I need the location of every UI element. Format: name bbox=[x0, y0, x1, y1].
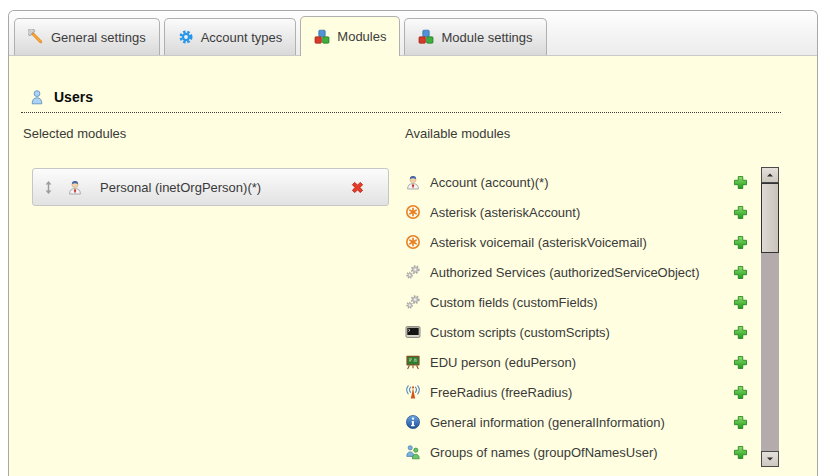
asterisk-icon bbox=[405, 204, 421, 220]
available-module-name: Custom fields (customFields) bbox=[430, 295, 724, 310]
available-module-row: Custom fields (customFields) bbox=[405, 287, 748, 317]
selected-modules-list: Personal (inetOrgPerson)(*) bbox=[23, 168, 391, 206]
info-icon bbox=[405, 414, 421, 430]
modules-tab-content: Users Selected modules Personal (inetOrg… bbox=[9, 89, 817, 476]
available-module-row: Asterisk (asteriskAccount) bbox=[405, 197, 748, 227]
modules-cubes-icon bbox=[314, 29, 330, 45]
available-module-row: General information (generalInformation) bbox=[405, 407, 748, 437]
gears-icon bbox=[405, 294, 421, 310]
tab-module-settings[interactable]: Module settings bbox=[404, 18, 546, 55]
account-types-gear-icon bbox=[178, 29, 194, 45]
person-icon bbox=[67, 179, 83, 195]
asterisk-icon bbox=[405, 234, 421, 250]
add-icon[interactable] bbox=[733, 325, 748, 340]
tab-bar: General settingsAccount typesModulesModu… bbox=[9, 11, 817, 56]
wrench-icon bbox=[28, 29, 44, 45]
selected-module-row[interactable]: Personal (inetOrgPerson)(*) bbox=[32, 168, 389, 206]
available-module-name: Groups of names (groupOfNamesUser) bbox=[430, 445, 724, 460]
available-module-row: Custom scripts (customScripts) bbox=[405, 317, 748, 347]
selected-modules-label: Selected modules bbox=[23, 126, 391, 141]
users-section-heading: Users bbox=[21, 89, 781, 113]
tab-label: Module settings bbox=[441, 30, 532, 45]
person-icon bbox=[405, 174, 421, 190]
available-module-row: Asterisk voicemail (asteriskVoicemail) bbox=[405, 227, 748, 257]
tab-account-types[interactable]: Account types bbox=[164, 18, 297, 55]
scroll-up-button[interactable] bbox=[761, 167, 779, 183]
add-icon[interactable] bbox=[733, 415, 748, 430]
available-modules-scrollbar[interactable] bbox=[761, 167, 779, 467]
scroll-down-button[interactable] bbox=[761, 451, 779, 467]
available-module-name: Account (account)(*) bbox=[430, 175, 724, 190]
group-icon bbox=[405, 444, 421, 460]
antenna-icon bbox=[405, 384, 421, 400]
tab-general-settings[interactable]: General settings bbox=[14, 18, 160, 55]
selected-modules-column: Selected modules Personal (inetOrgPerson… bbox=[23, 126, 391, 467]
chalkboard-icon bbox=[405, 354, 421, 370]
settings-panel: General settingsAccount typesModulesModu… bbox=[8, 10, 818, 476]
scroll-track[interactable] bbox=[761, 253, 779, 451]
delete-icon[interactable] bbox=[349, 179, 366, 196]
available-module-name: EDU person (eduPerson) bbox=[430, 355, 724, 370]
available-module-row: Authorized Services (authorizedServiceOb… bbox=[405, 257, 748, 287]
gears-icon bbox=[405, 264, 421, 280]
move-icon[interactable] bbox=[43, 180, 54, 195]
tab-label: Account types bbox=[201, 30, 283, 45]
add-icon[interactable] bbox=[733, 385, 748, 400]
add-icon[interactable] bbox=[733, 445, 748, 460]
available-module-name: Authorized Services (authorizedServiceOb… bbox=[430, 265, 724, 280]
available-module-name: Asterisk voicemail (asteriskVoicemail) bbox=[430, 235, 724, 250]
add-icon[interactable] bbox=[733, 235, 748, 250]
available-modules-area: Account (account)(*)Asterisk (asteriskAc… bbox=[405, 167, 779, 467]
available-modules-column: Available modules Account (account)(*)As… bbox=[405, 126, 779, 467]
section-title: Users bbox=[54, 89, 93, 105]
available-module-name: Asterisk (asteriskAccount) bbox=[430, 205, 724, 220]
available-module-row: Groups of names (groupOfNamesUser) bbox=[405, 437, 748, 467]
modules-columns: Selected modules Personal (inetOrgPerson… bbox=[9, 126, 817, 467]
tab-label: Modules bbox=[337, 29, 386, 44]
user-pawn-icon bbox=[29, 89, 45, 105]
add-icon[interactable] bbox=[733, 205, 748, 220]
available-modules-label: Available modules bbox=[405, 126, 779, 141]
available-module-row: Account (account)(*) bbox=[405, 167, 748, 197]
modules-cubes-icon bbox=[418, 29, 434, 45]
available-modules-list: Account (account)(*)Asterisk (asteriskAc… bbox=[405, 167, 748, 467]
tab-label: General settings bbox=[51, 30, 146, 45]
available-module-row: EDU person (eduPerson) bbox=[405, 347, 748, 377]
add-icon[interactable] bbox=[733, 265, 748, 280]
add-icon[interactable] bbox=[733, 295, 748, 310]
selected-module-name: Personal (inetOrgPerson)(*) bbox=[100, 180, 261, 195]
add-icon[interactable] bbox=[733, 175, 748, 190]
scroll-thumb[interactable] bbox=[761, 183, 779, 253]
available-module-row: FreeRadius (freeRadius) bbox=[405, 377, 748, 407]
available-module-name: General information (generalInformation) bbox=[430, 415, 724, 430]
available-module-name: FreeRadius (freeRadius) bbox=[430, 385, 724, 400]
add-icon[interactable] bbox=[733, 355, 748, 370]
available-module-name: Custom scripts (customScripts) bbox=[430, 325, 724, 340]
tab-modules[interactable]: Modules bbox=[300, 16, 400, 56]
terminal-icon bbox=[405, 324, 421, 340]
